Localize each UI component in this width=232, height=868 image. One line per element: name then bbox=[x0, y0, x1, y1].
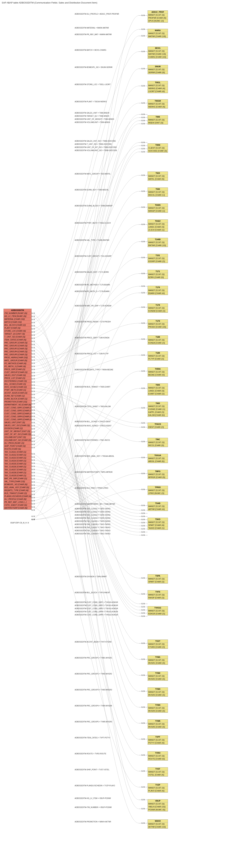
target-table: TSKDMANDT [CLNT (3)]SPART [CHAR (4)]TAXK… bbox=[148, 518, 168, 530]
cardinality-source: 0..N bbox=[32, 350, 35, 352]
target-table-name: TVKT bbox=[148, 640, 168, 643]
cardinality-target: 0..N bbox=[142, 512, 145, 514]
cardinality-target: 0..N bbox=[142, 142, 145, 144]
footer-text: 0SAP-ERP-CB_M_H..N bbox=[10, 522, 29, 524]
main-field: BUS_TRANST [CHAR (2)] bbox=[4, 492, 31, 495]
cardinality-target: 0..N bbox=[142, 370, 145, 372]
target-table-name: T006I bbox=[148, 144, 168, 147]
relation-label: ADBOSSDITM-PRC_GROUP3 = TVM3-MVGR3 bbox=[75, 689, 112, 691]
target-field: MANDT [CLNT (3)] bbox=[148, 739, 168, 741]
cardinality-target: 0..N bbox=[142, 292, 145, 294]
target-field: LPRIO [NUMC (2)] bbox=[148, 492, 168, 495]
relation-label: ADBOSSDITM-CUST_GROUP = T151-KDGRP bbox=[75, 255, 112, 257]
relation-label: ADBOSSDITM-TARGET_QU = T006-MSEHI bbox=[75, 115, 109, 117]
cardinality-target: 0..N bbox=[142, 85, 145, 87]
relation-label: ADBOSSDITM-T_UNIT_ISO = T006I-ISOCODE bbox=[75, 143, 112, 145]
target-field: DPUS [NUMC (2)] bbox=[148, 20, 168, 22]
cardinality-target: 0..N bbox=[142, 51, 145, 53]
target-table: T040SMANDT [CLNT (3)]MANSP [CHAR (1)] bbox=[148, 204, 168, 213]
main-field: TAX_CLASS8 [CHAR (1)] bbox=[4, 471, 31, 474]
relation-label: ADBOSSDITM-RES_ANAL_KEY = TKKAA-ABGSL bbox=[75, 455, 114, 457]
main-field: CUST_COND_GRP5 [CHAR (2)] bbox=[4, 418, 31, 421]
relation-label: ADBOSSDITM-TAX_CLASS2 = TSKD-TAXKD bbox=[75, 511, 111, 513]
cardinality-target: 0..N bbox=[142, 528, 145, 530]
cardinality-source: 0..N bbox=[32, 369, 35, 370]
relation-label: ADBOSSDITM-PLANDLVSCHEDIN = TVZP-PLAVO bbox=[75, 785, 115, 786]
target-table: T189MANDT [CLNT (3)]PLTYP [CHAR (2)] bbox=[148, 351, 168, 361]
relation-label: ADBOSSDITM-PRC_GROUP2 = TVM2-MVGR2 bbox=[75, 673, 112, 675]
relation-label: ADBOSSDITM-PRC_GROUP1 = TVM1-MVGR1 bbox=[75, 657, 112, 659]
target-field: MATKL [CHAR (9)] bbox=[148, 178, 168, 181]
target-table-name: T001W bbox=[148, 99, 168, 102]
target-field: MANDT [CLNT (3)] bbox=[148, 457, 168, 460]
main-field: SHIP_POINT [CHAR (4)] bbox=[4, 444, 31, 447]
cardinality-target: 0..N bbox=[142, 612, 145, 614]
main-table-name: ADBOSSDITM bbox=[4, 309, 31, 312]
cardinality-source: 0..N bbox=[32, 387, 35, 389]
cardinality-source: 0..N bbox=[32, 478, 35, 480]
cardinality-target: 0..N bbox=[142, 722, 145, 724]
relation-label: ADBOSSDITM-INVO_SCHED = TFACD-IDENT bbox=[75, 425, 112, 427]
cardinality-target: 0..N bbox=[142, 426, 145, 428]
target-field: ABGSL [CHAR (6)] bbox=[148, 460, 168, 463]
cardinality-target: 0..N bbox=[142, 354, 145, 356]
target-field: SPART [CHAR (2)] bbox=[148, 580, 168, 583]
main-field: TARGET_QU [UNIT (3)] bbox=[4, 333, 31, 335]
relation-label: ADBOSSDITM-BILL_SCHED = TFACD-IDENT bbox=[75, 421, 111, 423]
cardinality-source: 0..N bbox=[32, 400, 35, 402]
cardinality-target: 0..N bbox=[142, 223, 145, 225]
target-field: KAPPL [CHAR (2)] bbox=[148, 411, 168, 414]
main-field: DLI_PROFILE [CHAR (8)] bbox=[4, 498, 31, 501]
cardinality-target: 0..N bbox=[142, 519, 145, 521]
main-field: TAX_CLASS3 [CHAR (1)] bbox=[4, 456, 31, 459]
target-field: MANDT [CLNT (3)] bbox=[148, 675, 168, 678]
target-field: MANDT [CLNT (3)] bbox=[148, 207, 168, 210]
target-table: T023MANDT [CLNT (3)]MATKL [CHAR (9)] bbox=[148, 172, 168, 181]
target-table: TVM1MANDT [CLNT (3)]MVGR1 [CHAR (3)] bbox=[148, 655, 168, 665]
relation-label: ADBOSSDITM-TAX_CLASS6 = TSKD-TAXKD bbox=[75, 523, 111, 525]
target-table-name: TSKD bbox=[148, 518, 168, 521]
cardinality-target: 0..N bbox=[142, 68, 145, 70]
target-table-name: TVFS bbox=[148, 590, 168, 593]
relation-label: ADBOSSDITM-TAX_CLASS1 = TSKD-TAXKD bbox=[75, 508, 111, 510]
target-field: ROUTE [CHAR (6)] bbox=[148, 757, 168, 761]
target-field: AKTNR [CHAR (10)] bbox=[148, 826, 168, 829]
relation-label: ADBOSSDITM-DEPARTMENT_NO = TSAB-ABTNR bbox=[75, 503, 115, 505]
target-field: MANDT [CLNT (3)] bbox=[148, 593, 168, 596]
target-table-name: T040S bbox=[148, 204, 168, 207]
target-field: MANDT [CLNT (3)] bbox=[148, 354, 168, 358]
main-field: DEPARTMENT_NO [CHAR (4)] bbox=[4, 403, 31, 406]
cardinality-source: 0..N bbox=[32, 353, 35, 355]
cardinality-source: 0..N bbox=[32, 481, 35, 483]
cardinality-target: 0..N bbox=[142, 190, 145, 192]
target-field: MANDT [CLNT (3)] bbox=[148, 643, 168, 646]
relation-label: ADBOSSDITM-TAX_CLASS7 = TSKD-TAXKD bbox=[75, 527, 111, 528]
target-field: MANDT [CLNT (3)] bbox=[148, 222, 168, 225]
target-table: MCH1MANDT [CLNT (3)]MATNR [CHAR (18)]CHA… bbox=[148, 46, 168, 59]
relation-label: ADBOSSDITM-MATFRGTGRP = TMFG-MFRGR bbox=[75, 471, 113, 473]
target-field: MANDT [CLNT (3)] bbox=[148, 84, 168, 87]
target-table: WAKHMANDT [CLNT (3)]AKTNR [CHAR (10)] bbox=[148, 819, 168, 829]
target-field: MVGR5 [CHAR (3)] bbox=[148, 725, 168, 728]
cardinality-target: 0..N bbox=[142, 534, 145, 536]
cardinality-target: 0..N bbox=[142, 241, 145, 243]
relation-label: ADBOSSDITM-INCOTERMS1 = TINC-INCO1 bbox=[75, 439, 110, 441]
relation-label: ADBOSSDITM-ITEM_CATEG = TVPT-PSTYV bbox=[75, 737, 110, 739]
cardinality-target: 0..N bbox=[142, 117, 145, 118]
main-field: RES_ANAL_KEY [CHAR (6)] bbox=[4, 486, 31, 489]
target-field: BZIRK [CHAR (6)] bbox=[148, 276, 168, 279]
cardinality-target: 0..N bbox=[142, 285, 145, 287]
main-field: ITEM_CATEG [CHAR (4)] bbox=[4, 338, 31, 341]
cardinality-source: 0..N bbox=[32, 422, 35, 424]
target-field: KALSM [CHAR (6)] bbox=[148, 414, 168, 416]
target-field: PRODH [CHAR (18)] bbox=[148, 326, 168, 329]
cardinality-source: 0..N bbox=[32, 340, 35, 342]
cardinality-source: 0..N bbox=[32, 415, 35, 417]
relation-label: ADBOSSDITM-UNIT_OF_WEIGHT = T006-MSEHI bbox=[75, 118, 114, 120]
relation-label: ADBOSSDITM-PRC_GROUP4 = TVM4-MVGR4 bbox=[75, 705, 112, 707]
target-table-name: TVPT bbox=[148, 736, 168, 739]
main-field: PLANT [CHAR (4)] bbox=[4, 327, 31, 330]
target-table: VBUPMANDT [CLNT (3)]VBELN [CHAR (10)]POS… bbox=[148, 799, 168, 811]
target-table: TFACDIDENT [CHAR (2)] bbox=[148, 423, 168, 429]
cardinality-source: 0..N bbox=[32, 359, 35, 361]
